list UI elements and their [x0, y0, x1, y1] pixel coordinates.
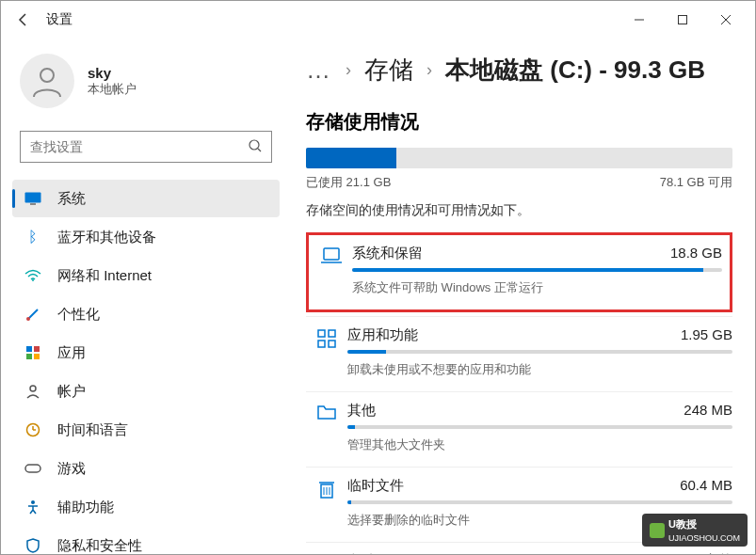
- overall-usage-fill: [306, 148, 396, 168]
- nav-bluetooth[interactable]: ᛒ 蓝牙和其他设备: [12, 218, 280, 256]
- clock-icon: [24, 420, 42, 439]
- category-sub: 管理其他大文件夹: [347, 436, 732, 453]
- back-button[interactable]: [8, 5, 39, 35]
- svg-rect-15: [34, 354, 40, 359]
- category-bar-fill: [347, 350, 386, 354]
- search-input[interactable]: [30, 139, 249, 154]
- category-size: 0 字节: [692, 552, 732, 554]
- nav-label: 应用: [57, 344, 86, 362]
- svg-line-6: [258, 149, 261, 151]
- svg-rect-22: [324, 248, 339, 260]
- nav-label: 游戏: [57, 460, 86, 478]
- nav-label: 网络和 Internet: [57, 267, 152, 285]
- category-apps[interactable]: 应用和功能1.95 GB 卸载未使用或不想要的应用和功能: [306, 316, 732, 391]
- trash-icon: [306, 477, 347, 529]
- chevron-right-icon: ›: [426, 60, 432, 80]
- window-title: 设置: [46, 11, 72, 28]
- svg-rect-20: [25, 465, 40, 472]
- category-title: 文档: [347, 552, 376, 554]
- category-size: 18.8 GB: [670, 245, 722, 262]
- user-name: sky: [88, 65, 137, 81]
- svg-point-5: [249, 140, 259, 150]
- svg-point-16: [30, 386, 36, 391]
- watermark-icon: [650, 523, 665, 538]
- user-profile[interactable]: sky 本地帐户: [8, 46, 283, 116]
- category-size: 60.4 MB: [680, 477, 732, 495]
- free-label: 78.1 GB 可用: [660, 174, 732, 191]
- watermark: U教授UJIAOSHOU.COM: [642, 514, 748, 547]
- main-content: … › 存储 › 本地磁盘 (C:) - 99.3 GB 存储使用情况 已使用 …: [283, 39, 755, 554]
- used-label: 已使用 21.1 GB: [306, 174, 391, 191]
- bluetooth-icon: ᛒ: [24, 228, 42, 246]
- category-sub: 系统文件可帮助 Windows 正常运行: [352, 279, 722, 296]
- svg-rect-13: [34, 346, 40, 352]
- shield-icon: [24, 536, 42, 555]
- breadcrumb-more[interactable]: …: [306, 56, 332, 85]
- chevron-right-icon: ›: [346, 60, 351, 80]
- category-sub: 卸载未使用或不想要的应用和功能: [347, 361, 732, 378]
- folder-icon: [306, 402, 347, 453]
- sidebar: sky 本地帐户 系统 ᛒ 蓝牙和其他设备 网络和 Internet: [1, 39, 283, 554]
- document-icon: [306, 552, 347, 554]
- nav-label: 辅助功能: [57, 499, 114, 516]
- nav-label: 帐户: [57, 383, 86, 401]
- nav-label: 时间和语言: [57, 421, 128, 439]
- minimize-button[interactable]: [618, 5, 661, 35]
- close-button[interactable]: [704, 5, 748, 35]
- category-size: 248 MB: [684, 402, 732, 420]
- section-heading: 存储使用情况: [306, 109, 732, 135]
- nav-label: 系统: [57, 190, 86, 208]
- svg-point-21: [31, 500, 35, 504]
- svg-rect-24: [318, 330, 325, 337]
- svg-rect-7: [25, 193, 41, 203]
- usage-description: 存储空间的使用情况和可用情况如下。: [306, 202, 732, 219]
- category-bar-fill: [347, 500, 351, 504]
- nav-system[interactable]: 系统: [12, 180, 280, 217]
- category-title: 其他: [347, 402, 376, 420]
- apps-icon: [24, 343, 42, 362]
- nav-time-language[interactable]: 时间和语言: [12, 411, 280, 449]
- svg-line-10: [28, 309, 38, 319]
- watermark-url: UJIAOSHOU.COM: [668, 533, 740, 543]
- display-icon: [24, 189, 42, 208]
- svg-rect-27: [329, 341, 335, 347]
- category-title: 临时文件: [347, 477, 404, 495]
- nav-accessibility[interactable]: 辅助功能: [12, 488, 280, 526]
- category-title: 应用和功能: [347, 326, 418, 344]
- gamepad-icon: [24, 459, 42, 478]
- avatar-icon: [20, 54, 74, 108]
- laptop-icon: [311, 245, 352, 296]
- nav-privacy[interactable]: 隐私和安全性: [12, 527, 280, 555]
- accessibility-icon: [24, 498, 42, 516]
- wifi-icon: [24, 266, 42, 285]
- watermark-brand: U教授: [668, 518, 697, 530]
- nav-gaming[interactable]: 游戏: [12, 450, 280, 487]
- svg-point-4: [40, 69, 54, 82]
- svg-rect-12: [26, 346, 32, 352]
- person-icon: [24, 382, 42, 401]
- svg-rect-26: [318, 341, 325, 347]
- svg-point-11: [26, 317, 30, 321]
- search-box[interactable]: [20, 131, 272, 163]
- category-bar-fill: [347, 425, 355, 429]
- grid-icon: [306, 326, 347, 378]
- breadcrumb: … › 存储 › 本地磁盘 (C:) - 99.3 GB: [306, 54, 732, 87]
- nav-label: 蓝牙和其他设备: [57, 229, 156, 246]
- nav-accounts[interactable]: 帐户: [12, 373, 280, 410]
- maximize-button[interactable]: [661, 5, 704, 35]
- category-size: 1.95 GB: [681, 326, 732, 344]
- category-system-reserved[interactable]: 系统和保留18.8 GB 系统文件可帮助 Windows 正常运行: [306, 232, 732, 312]
- category-other[interactable]: 其他248 MB 管理其他大文件夹: [306, 391, 732, 467]
- category-title: 系统和保留: [352, 245, 423, 262]
- nav-apps[interactable]: 应用: [12, 334, 280, 372]
- nav-personalization[interactable]: 个性化: [12, 295, 280, 333]
- svg-rect-25: [329, 330, 335, 337]
- svg-rect-8: [30, 203, 36, 205]
- svg-point-9: [32, 279, 34, 281]
- breadcrumb-storage[interactable]: 存储: [364, 54, 413, 87]
- search-icon: [249, 139, 262, 155]
- nav-network[interactable]: 网络和 Internet: [12, 257, 280, 294]
- nav-label: 个性化: [57, 306, 100, 324]
- svg-rect-14: [26, 354, 32, 359]
- user-type: 本地帐户: [88, 81, 137, 98]
